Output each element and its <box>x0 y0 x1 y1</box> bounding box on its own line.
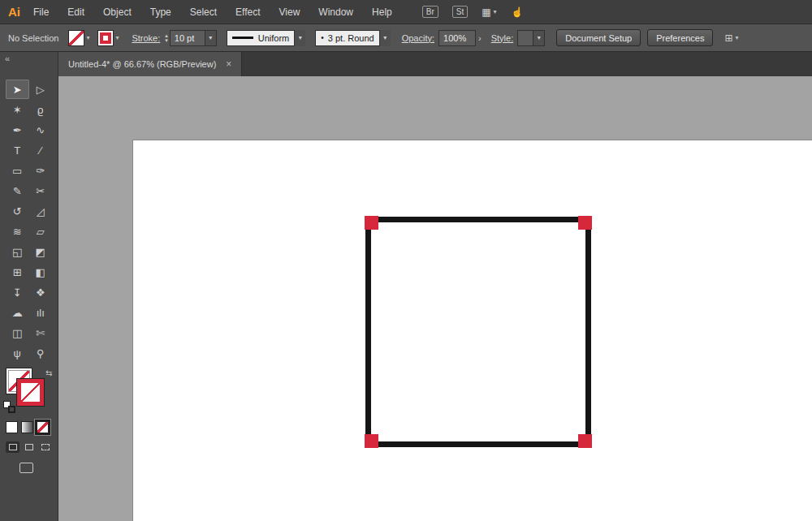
stock-button[interactable]: St <box>452 6 468 18</box>
drawn-square-object[interactable] <box>365 217 591 447</box>
draw-inside-button[interactable] <box>38 441 52 453</box>
appbar-right: Br St ▦ ▾ ☝ <box>422 6 538 18</box>
chevron-down-icon[interactable]: ▾ <box>86 34 89 41</box>
menu-view[interactable]: View <box>279 6 300 18</box>
tool-lasso-tool[interactable]: ϱ <box>29 100 53 119</box>
tool-eyedropper-tool[interactable]: ↧ <box>6 282 29 302</box>
tool-shape-builder-tool[interactable]: ◱ <box>6 242 29 261</box>
tool-scale-tool[interactable]: ◿ <box>29 201 53 221</box>
brush-preview: • 3 pt. Round <box>315 30 378 46</box>
tool-selection-tool[interactable]: ➤ <box>6 80 29 99</box>
chevron-down-icon[interactable]: ▾ <box>533 31 544 45</box>
menu-list: FileEditObjectTypeSelectEffectViewWindow… <box>33 6 411 18</box>
fill-stroke-widget: ⇆ <box>0 368 58 415</box>
menu-edit[interactable]: Edit <box>67 6 84 18</box>
stroke-color-control[interactable]: ▾ <box>97 30 119 46</box>
tool-perspective-grid-tool[interactable]: ◩ <box>29 242 53 261</box>
tool-rectangle-tool[interactable]: ▭ <box>6 161 29 180</box>
tool-free-transform-tool[interactable]: ▱ <box>29 222 53 241</box>
tool-gradient-tool[interactable]: ◧ <box>29 262 53 282</box>
menu-effect[interactable]: Effect <box>235 6 260 18</box>
style-dropdown[interactable]: ▾ <box>517 30 545 46</box>
default-stroke-icon <box>8 406 15 413</box>
stroke-weight-dropdown[interactable]: 10 pt ▾ <box>170 30 217 46</box>
selection-status: No Selection <box>8 33 58 43</box>
menu-object[interactable]: Object <box>103 6 132 18</box>
opacity-panel-link[interactable]: Opacity: <box>402 33 434 43</box>
width-profile-value: Uniform <box>258 33 290 43</box>
tool-rotate-tool[interactable]: ↺ <box>6 201 29 221</box>
app-logo[interactable]: Ai <box>8 5 20 19</box>
menu-select[interactable]: Select <box>190 6 217 18</box>
screen-mode-button[interactable] <box>19 463 33 473</box>
tab-close-icon[interactable]: × <box>226 58 231 70</box>
swap-fill-stroke-icon[interactable]: ⇆ <box>45 368 52 377</box>
chevron-down-icon[interactable]: ▾ <box>379 30 391 46</box>
tool-line-segment-tool[interactable]: ∕ <box>29 140 53 160</box>
document-setup-button[interactable]: Document Setup <box>556 29 641 46</box>
tool-magic-wand-tool[interactable]: ✶ <box>6 100 29 119</box>
default-fill-stroke-button[interactable] <box>3 401 15 413</box>
brush-value: 3 pt. Round <box>328 33 374 43</box>
tool-width-tool[interactable]: ≋ <box>6 222 29 241</box>
tool-hand-tool[interactable]: ψ <box>6 343 29 363</box>
canvas-area[interactable] <box>58 76 812 521</box>
tool-slice-tool[interactable]: ✄ <box>29 323 53 342</box>
menu-file[interactable]: File <box>33 6 49 18</box>
illustrator-window: Ai FileEditObjectTypeSelectEffectViewWin… <box>0 0 812 521</box>
draw-normal-button[interactable] <box>6 441 19 453</box>
gradient-button[interactable] <box>21 421 33 433</box>
menubar: Ai FileEditObjectTypeSelectEffectViewWin… <box>0 0 812 24</box>
chevron-down-icon[interactable]: ▾ <box>205 31 216 45</box>
bridge-button[interactable]: Br <box>422 6 438 18</box>
stroke-color-swatch[interactable] <box>97 30 114 46</box>
tool-direct-selection-tool[interactable]: ▷ <box>29 80 53 99</box>
stroke-panel-link[interactable]: Stroke: <box>132 33 160 43</box>
stepper-down-icon[interactable]: ▾ <box>165 38 168 43</box>
color-button[interactable] <box>6 421 18 433</box>
touch-workspace-icon: ☝ <box>512 6 524 18</box>
chevron-down-icon[interactable]: ▾ <box>294 30 305 46</box>
align-options-button[interactable]: ⊞ ▾ <box>724 32 738 44</box>
arrange-documents-button[interactable]: ▦ ▾ <box>482 6 496 18</box>
tool-type-tool[interactable]: T <box>6 140 29 160</box>
stroke-swatch[interactable] <box>17 379 44 406</box>
tool-mesh-tool[interactable]: ⊞ <box>6 262 29 282</box>
stroke-weight-value: 10 pt <box>171 33 205 43</box>
opacity-flyout-icon[interactable]: › <box>478 33 482 43</box>
opacity-field[interactable]: 100% <box>438 30 476 46</box>
tool-symbol-sprayer-tool[interactable]: ☁ <box>6 303 29 322</box>
toolbar-collapse-button[interactable]: « <box>5 54 10 63</box>
tool-artboard-tool[interactable]: ◫ <box>6 323 29 342</box>
tools-panel: ➤▷✶ϱ✒∿T∕▭✑✎✂↺◿≋▱◱◩⊞◧↧❖☁ılı◫✄ψ⚲ ⇆ <box>0 76 58 521</box>
tool-column-graph-tool[interactable]: ılı <box>29 303 53 322</box>
chevron-down-icon[interactable]: ▾ <box>115 34 119 41</box>
brush-definition-dropdown[interactable]: • 3 pt. Round ▾ <box>315 30 390 46</box>
menu-window[interactable]: Window <box>318 6 353 18</box>
opacity-value: 100% <box>439 33 470 43</box>
menu-type[interactable]: Type <box>150 6 171 18</box>
touch-workspace-button[interactable]: ☝ <box>512 6 524 18</box>
stroke-weight-stepper[interactable]: ▴ ▾ <box>165 33 168 43</box>
width-profile-dropdown[interactable]: Uniform ▾ <box>227 30 306 46</box>
toolbar-header: « <box>0 52 58 76</box>
tool-scissors-tool[interactable]: ✂ <box>29 181 53 200</box>
none-button[interactable] <box>37 421 49 433</box>
menu-help[interactable]: Help <box>372 6 392 18</box>
arrange-documents-icon: ▦ <box>482 6 490 18</box>
tool-curvature-tool[interactable]: ∿ <box>29 120 53 140</box>
document-tab[interactable]: Untitled-4* @ 66.67% (RGB/Preview) × <box>58 52 242 76</box>
preferences-button[interactable]: Preferences <box>647 29 713 46</box>
red-corner-top-right <box>578 216 592 230</box>
draw-behind-button[interactable] <box>22 441 36 453</box>
tool-blend-tool[interactable]: ❖ <box>29 282 53 302</box>
brush-dot-icon: • <box>321 33 324 42</box>
style-panel-link[interactable]: Style: <box>491 33 514 43</box>
tool-pen-tool[interactable]: ✒ <box>6 120 29 140</box>
tool-paintbrush-tool[interactable]: ✑ <box>29 161 53 180</box>
fill-none-swatch[interactable] <box>68 30 84 46</box>
tool-zoom-tool[interactable]: ⚲ <box>29 343 53 363</box>
tool-pencil-tool[interactable]: ✎ <box>6 181 29 200</box>
chevron-down-icon: ▾ <box>494 8 497 15</box>
fill-color-control[interactable]: ▾ <box>68 30 89 46</box>
